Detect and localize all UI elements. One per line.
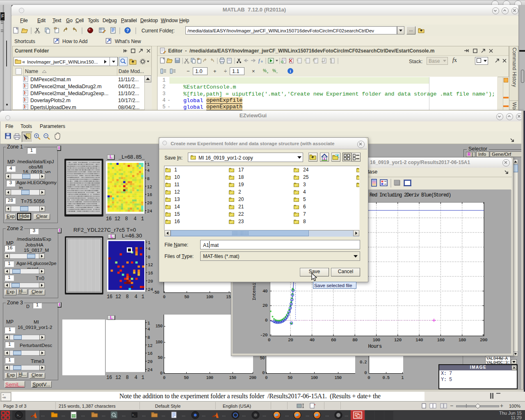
svg-text:12: 12: [147, 185, 153, 189]
svg-text:24: 24: [147, 209, 153, 214]
svg-text:20: 20: [148, 359, 153, 364]
svg-text:4: 4: [147, 168, 150, 173]
svg-text:i: i: [290, 69, 291, 73]
svg-text:%: %: [272, 68, 276, 73]
svg-text:1: 1: [148, 240, 151, 245]
svg-text:+: +: [267, 71, 269, 75]
svg-text:20: 20: [147, 201, 153, 205]
svg-text:1: 1: [147, 162, 150, 167]
svg-text:20: 20: [148, 279, 153, 284]
svg-text:f: f: [258, 58, 260, 64]
svg-text:o: o: [261, 59, 263, 63]
svg-text:8: 8: [148, 335, 150, 340]
svg-text:%: %: [263, 68, 267, 73]
svg-text:8: 8: [148, 255, 151, 260]
svg-text:?: ?: [126, 28, 129, 33]
svg-text:*: *: [314, 403, 316, 407]
svg-text:16: 16: [147, 192, 153, 197]
svg-text:>_: >_: [132, 413, 136, 417]
svg-text:16: 16: [148, 271, 153, 276]
svg-text:>_: >_: [17, 413, 21, 417]
svg-text:8: 8: [147, 176, 150, 181]
svg-text:−: −: [276, 71, 278, 75]
svg-text:12: 12: [148, 262, 153, 267]
svg-text:4: 4: [148, 247, 151, 251]
